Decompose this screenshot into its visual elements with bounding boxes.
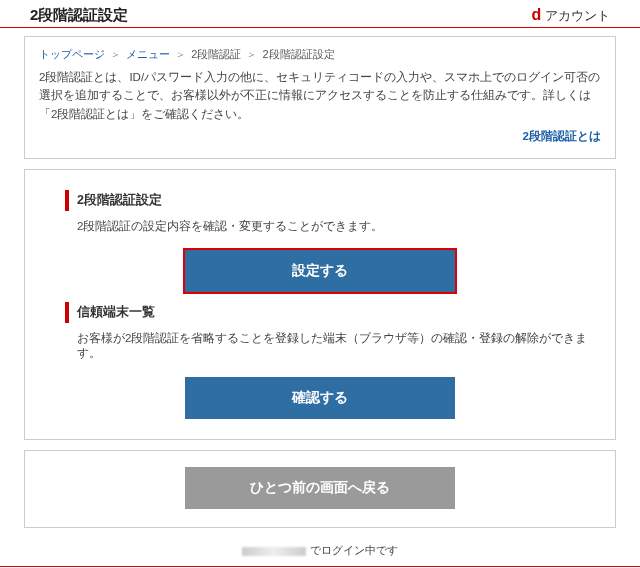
devices-body: お客様が2段階認証を省略することを登録した端末（ブラウザ等）の確認・登録の解除が… <box>39 331 601 371</box>
devices-section: 信頼端末一覧 お客様が2段階認証を省略することを登録した端末（ブラウザ等）の確認… <box>39 302 601 419</box>
masked-id <box>242 547 306 556</box>
settings-body: 2段階認証の設定内容を確認・変更することができます。 <box>39 219 601 244</box>
page-title: 2段階認証設定 <box>30 6 128 25</box>
back-button[interactable]: ひとつ前の画面へ戻る <box>185 467 455 509</box>
settings-button[interactable]: 設定する <box>185 250 455 292</box>
breadcrumb-menu[interactable]: メニュー <box>126 48 170 60</box>
back-panel: ひとつ前の画面へ戻る <box>24 450 616 528</box>
settings-section: 2段階認証設定 2段階認証の設定内容を確認・変更することができます。 設定する <box>39 190 601 292</box>
breadcrumb-2fa: 2段階認証 <box>191 48 241 60</box>
header: 2段階認証設定 d アカウント <box>0 0 640 27</box>
breadcrumb-home[interactable]: トップページ <box>39 48 105 60</box>
about-2fa-link[interactable]: 2段階認証とは <box>523 130 601 142</box>
intro-panel: トップページ ＞ メニュー ＞ 2段階認証 ＞ 2段階認証設定 2段階認証とは、… <box>24 36 616 159</box>
intro-text: 2段階認証とは、ID/パスワード入力の他に、セキュリティコードの入力や、スマホ上… <box>39 68 601 123</box>
login-status: でログイン中です <box>0 542 640 566</box>
settings-title: 2段階認証設定 <box>65 190 601 211</box>
devices-title: 信頼端末一覧 <box>65 302 601 323</box>
breadcrumb-current: 2段階認証設定 <box>263 48 335 60</box>
brand-logo: d アカウント <box>532 6 610 25</box>
actions-panel: 2段階認証設定 2段階認証の設定内容を確認・変更することができます。 設定する … <box>24 169 616 440</box>
breadcrumb: トップページ ＞ メニュー ＞ 2段階認証 ＞ 2段階認証設定 <box>39 47 601 68</box>
devices-button[interactable]: 確認する <box>185 377 455 419</box>
